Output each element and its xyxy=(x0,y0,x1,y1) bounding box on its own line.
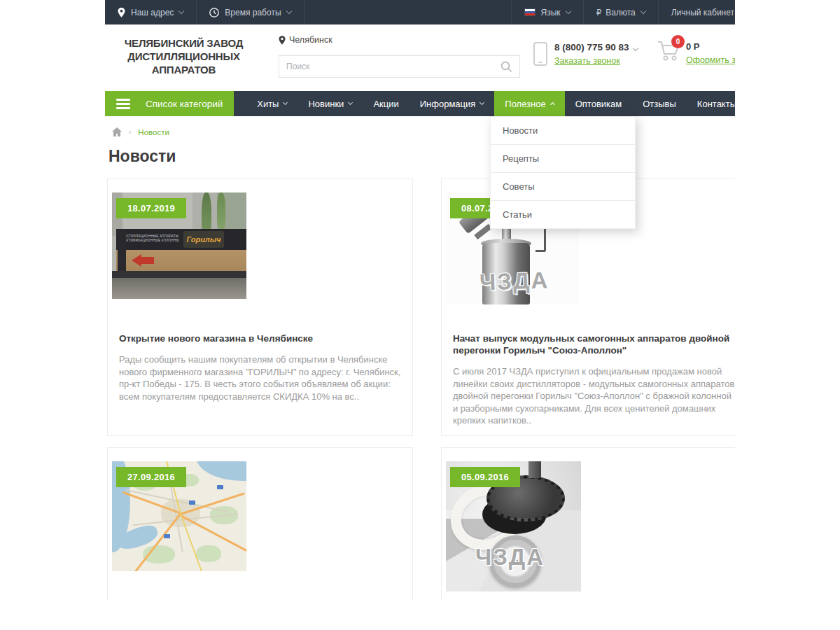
language-menu[interactable]: Язык xyxy=(511,0,583,24)
mobile-phone-icon xyxy=(533,42,547,66)
nav-item-useful[interactable]: Полезное xyxy=(494,91,564,116)
currency-menu[interactable]: ₽ Валюта xyxy=(583,0,658,24)
location-pin-icon xyxy=(118,8,125,18)
news-title[interactable]: Начат выпуск модульных самогонных аппара… xyxy=(453,332,735,356)
chevron-down-icon xyxy=(565,8,570,14)
search-icon xyxy=(500,61,512,73)
chevron-down-icon xyxy=(632,46,638,51)
dropdown-item-tips[interactable]: Советы xyxy=(491,172,635,200)
news-excerpt: Рады сообщить нашим покупателям об откры… xyxy=(119,354,401,402)
search-input[interactable] xyxy=(279,62,493,71)
currency-label: Валюта xyxy=(606,8,635,18)
location-pin-icon xyxy=(279,36,286,45)
useful-dropdown-menu: Новости Рецепты Советы Статьи xyxy=(490,116,636,229)
clock-icon xyxy=(209,8,219,18)
chevron-down-icon xyxy=(640,8,645,14)
news-card[interactable]: 18.07.2019 ДИСТИЛЛЯЦИОННЫЕ АППАРАТЫ РЕКТ… xyxy=(107,178,413,436)
work-hours-menu[interactable]: Время работы xyxy=(197,0,304,24)
breadcrumb-separator: › xyxy=(129,128,131,136)
work-hours-label: Время работы xyxy=(225,8,281,18)
search-box xyxy=(279,55,520,78)
chevron-up-icon xyxy=(550,102,555,107)
map-marker xyxy=(217,485,223,489)
nav-item-hits[interactable]: Хиты xyxy=(246,91,298,116)
chevron-down-icon xyxy=(348,100,353,105)
top-bar: Наш адрес Время работы Язык ₽ Валюта xyxy=(105,0,735,24)
page-title: Новости xyxy=(108,147,735,166)
news-card[interactable]: 27.09.2016 xyxy=(107,447,413,601)
header: ЧЕЛЯБИНСКИЙ ЗАВОД ДИСТИЛЛЯЦИОННЫХ АППАРА… xyxy=(105,24,735,91)
russian-flag-icon xyxy=(524,8,536,16)
site-viewport: Наш адрес Время работы Язык ₽ Валюта xyxy=(105,0,735,601)
watermark: ЧЗДА xyxy=(479,267,549,295)
date-badge: 27.09.2016 xyxy=(116,467,186,487)
search-button[interactable] xyxy=(493,61,519,73)
dropdown-item-articles[interactable]: Статьи xyxy=(491,200,635,228)
hamburger-icon xyxy=(116,97,130,111)
nav-item-wholesale[interactable]: Оптовикам xyxy=(565,91,633,116)
news-excerpt: С июля 2017 ЧЗДА приступил к официальным… xyxy=(453,365,735,427)
date-badge: 05.09.2016 xyxy=(450,467,520,487)
site-logo[interactable]: ЧЕЛЯБИНСКИЙ ЗАВОД ДИСТИЛЛЯЦИОННЫХ АППАРА… xyxy=(112,36,255,76)
categories-button[interactable]: Список категорий xyxy=(105,91,234,116)
cart-count-badge: 0 xyxy=(671,35,685,48)
news-card[interactable]: 05.09.2016 ЧЗДА Начат выпуск самогонных … xyxy=(441,447,735,601)
nav-item-reviews[interactable]: Отзывы xyxy=(632,91,687,116)
chevron-down-icon xyxy=(479,100,484,105)
nav-item-new[interactable]: Новинки xyxy=(298,91,363,116)
our-address-label: Наш адрес xyxy=(131,8,174,18)
phone-block: 8 (800) 775 90 83 Заказать звонок xyxy=(533,42,638,66)
language-label: Язык xyxy=(541,8,561,18)
logo-line: ЧЕЛЯБИНСКИЙ ЗАВОД xyxy=(112,36,255,50)
account-link[interactable]: Личный кабинет xyxy=(658,0,735,24)
brand-sign: Горилыч xyxy=(183,231,224,248)
news-grid: 18.07.2019 ДИСТИЛЛЯЦИОННЫЕ АППАРАТЫ РЕКТ… xyxy=(105,178,735,601)
categories-label: Список категорий xyxy=(146,99,223,109)
nav-item-contacts[interactable]: Контакты xyxy=(687,91,735,116)
ruble-icon: ₽ xyxy=(596,8,602,18)
dropdown-item-news[interactable]: Новости xyxy=(491,117,635,144)
nav-item-info[interactable]: Информация xyxy=(410,91,495,116)
checkout-link[interactable]: Оформить заказ xyxy=(686,55,735,65)
chevron-down-icon xyxy=(283,100,288,105)
request-call-link[interactable]: Заказать звонок xyxy=(554,56,638,66)
logo-line: АППАРАТОВ xyxy=(112,63,255,76)
date-badge: 18.07.2019 xyxy=(116,198,186,218)
cart-block[interactable]: 0 0 Р Оформить заказ xyxy=(657,40,735,65)
dropdown-item-recipes[interactable]: Рецепты xyxy=(491,144,635,172)
map-marker xyxy=(189,500,195,505)
logo-line: ДИСТИЛЛЯЦИОННЫХ xyxy=(112,50,255,63)
watermark: ЧЗДА xyxy=(475,544,545,570)
main-nav: Список категорий Хиты Новинки Акции Инфо… xyxy=(105,91,735,116)
city-selector[interactable]: Челябинск xyxy=(279,35,332,45)
nav-item-sales[interactable]: Акции xyxy=(363,91,409,116)
breadcrumb-current[interactable]: Новости xyxy=(138,128,169,136)
map-marker xyxy=(164,534,170,538)
chevron-down-icon xyxy=(286,8,291,14)
our-address-menu[interactable]: Наш адрес xyxy=(105,0,197,24)
cart-total: 0 Р xyxy=(686,41,735,52)
chevron-down-icon xyxy=(178,8,184,14)
account-label: Личный кабинет xyxy=(671,8,734,18)
phone-number[interactable]: 8 (800) 775 90 83 xyxy=(554,42,638,52)
home-icon[interactable] xyxy=(112,127,122,136)
news-title[interactable]: Открытие нового магазина в Челябинске xyxy=(119,332,401,344)
city-label: Челябинск xyxy=(289,35,332,45)
breadcrumb: › Новости xyxy=(112,127,735,136)
